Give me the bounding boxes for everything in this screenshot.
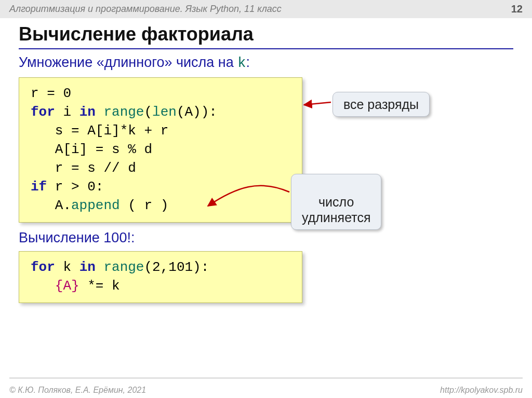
footer-right: http://kpolyakov.spb.ru [440,386,523,395]
slide-body: Вычисление факториала Умножение «длинног… [0,18,532,303]
callout-number-extends: число удлиняется [291,174,381,230]
page-number: 12 [511,3,523,15]
code-block-multiply: r = 0 for i in range(len(A)): s = A[i]*k… [19,77,302,223]
callout-all-digits: все разряды [332,92,430,117]
title-rule [19,48,513,49]
footer: © К.Ю. Поляков, Е.А. Ерёмин, 2021 http:/… [9,386,523,395]
code-block-factorial: for k in range(2,101): {A} *= k [19,251,302,303]
footer-rule [9,378,523,378]
callout-text: все разряды [343,97,419,112]
course-title: Алгоритмизация и программирование. Язык … [9,4,282,15]
footer-left: © К.Ю. Поляков, Е.А. Ерёмин, 2021 [9,386,146,395]
subtitle-2: Вычисление 100!: [19,230,513,246]
header-bar: Алгоритмизация и программирование. Язык … [0,0,532,18]
callout-text: число удлиняется [302,195,370,225]
subtitle: Умножение «длинного» числа на k: [19,54,513,71]
slide-title: Вычисление факториала [19,23,513,45]
